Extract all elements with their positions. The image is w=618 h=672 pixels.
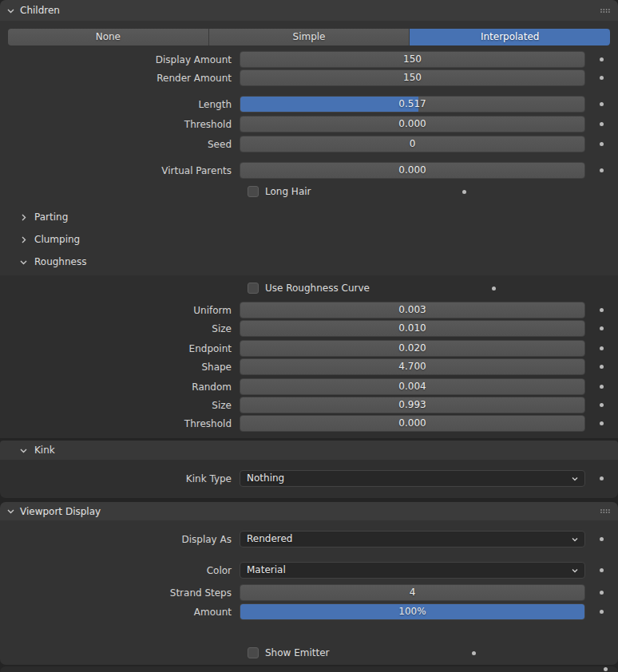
display-as-row: Display As Rendered xyxy=(0,531,618,547)
roughness-uniform-size-field[interactable]: 0.010 xyxy=(240,320,585,337)
roughness-threshold-label: Threshold xyxy=(0,418,240,429)
chevron-down-icon xyxy=(571,536,579,544)
drag-grip-icon[interactable] xyxy=(600,508,611,514)
animate-decorator-dot[interactable] xyxy=(472,651,476,655)
chevron-down-icon xyxy=(19,258,28,267)
roughness-endpoint-field[interactable]: 0.020 xyxy=(240,340,585,357)
subpanel-title: Kink xyxy=(34,445,55,456)
virtual-parents-row: Virtual Parents 0.000 xyxy=(0,162,618,179)
amount-slider[interactable]: 100% xyxy=(240,603,585,620)
subpanel-title: Roughness xyxy=(34,256,86,267)
use-roughness-curve-label: Use Roughness Curve xyxy=(265,283,370,294)
roughness-random-field[interactable]: 0.004 xyxy=(240,378,585,395)
roughness-random-size-label: Size xyxy=(0,400,240,411)
animate-decorator-dot[interactable] xyxy=(600,610,604,614)
roughness-endpoint-label: Endpoint xyxy=(0,343,240,354)
long-hair-label: Long Hair xyxy=(265,186,311,197)
panel-body-viewport-display: Display As Rendered Color Material Stran… xyxy=(0,520,618,665)
panel-header-children[interactable]: Children xyxy=(0,0,618,21)
strand-steps-row: Strand Steps 4 xyxy=(0,584,618,601)
roughness-uniform-row: Uniform 0.003 xyxy=(0,302,618,318)
subpanel-header-kink[interactable]: Kink xyxy=(0,441,618,460)
amount-label: Amount xyxy=(0,607,240,618)
display-as-label: Display As xyxy=(0,534,240,545)
animate-decorator-dot[interactable] xyxy=(600,102,604,106)
kink-type-label: Kink Type xyxy=(0,473,240,484)
roughness-random-size-field[interactable]: 0.993 xyxy=(240,397,585,413)
animate-decorator-dot[interactable] xyxy=(600,537,604,541)
roughness-uniform-size-label: Size xyxy=(0,323,240,334)
display-amount-field[interactable]: 150 xyxy=(240,51,585,68)
animate-decorator-dot[interactable] xyxy=(600,403,604,407)
roughness-uniform-field[interactable]: 0.003 xyxy=(240,302,585,318)
threshold-row: Threshold 0.000 xyxy=(0,116,618,132)
child-type-segmented-control: None Simple Interpolated xyxy=(8,29,610,45)
animate-decorator-dot[interactable] xyxy=(600,308,604,312)
seed-row: Seed 0 xyxy=(0,136,618,152)
roughness-random-row: Random 0.004 xyxy=(0,378,618,395)
animate-decorator-dot[interactable] xyxy=(600,142,604,146)
roughness-shape-field[interactable]: 4.700 xyxy=(240,358,585,375)
color-row: Color Material xyxy=(0,562,618,579)
roughness-threshold-row: Threshold 0.000 xyxy=(0,415,618,432)
next-panel-edge[interactable] xyxy=(0,666,618,672)
animate-decorator-dot[interactable] xyxy=(604,667,608,671)
subpanel-header-clumping[interactable]: Clumping xyxy=(0,228,618,251)
roughness-random-size-row: Size 0.993 xyxy=(0,397,618,413)
animate-decorator-dot[interactable] xyxy=(600,168,604,172)
render-amount-row: Render Amount 150 xyxy=(0,69,618,86)
virtual-parents-field[interactable]: 0.000 xyxy=(240,162,585,179)
subpanel-header-roughness[interactable]: Roughness xyxy=(0,251,618,273)
child-type-interpolated-button[interactable]: Interpolated xyxy=(410,29,610,45)
animate-decorator-dot[interactable] xyxy=(600,421,604,425)
animate-decorator-dot[interactable] xyxy=(462,190,466,194)
animate-decorator-dot[interactable] xyxy=(600,57,604,61)
roughness-endpoint-row: Endpoint 0.020 xyxy=(0,340,618,357)
subpanel-body-kink: Kink Type Nothing xyxy=(0,460,618,498)
drag-grip-icon[interactable] xyxy=(600,8,611,14)
color-label: Color xyxy=(0,565,240,576)
animate-decorator-dot[interactable] xyxy=(600,568,604,572)
long-hair-row: Long Hair xyxy=(0,185,618,198)
animate-decorator-dot[interactable] xyxy=(600,326,604,330)
virtual-parents-label: Virtual Parents xyxy=(0,165,240,176)
threshold-field[interactable]: 0.000 xyxy=(240,116,585,132)
animate-decorator-dot[interactable] xyxy=(600,385,604,389)
kink-type-dropdown[interactable]: Nothing xyxy=(240,470,585,487)
animate-decorator-dot[interactable] xyxy=(600,76,604,80)
display-as-dropdown[interactable]: Rendered xyxy=(240,531,585,547)
roughness-random-label: Random xyxy=(0,381,240,393)
amount-row: Amount 100% xyxy=(0,603,618,620)
roughness-threshold-field[interactable]: 0.000 xyxy=(240,415,585,432)
panel-body-children: None Simple Interpolated Display Amount … xyxy=(0,21,618,275)
show-emitter-checkbox[interactable] xyxy=(248,647,259,658)
show-emitter-label: Show Emitter xyxy=(265,647,330,658)
child-type-none-button[interactable]: None xyxy=(8,29,209,45)
seed-field[interactable]: 0 xyxy=(240,136,585,152)
animate-decorator-dot[interactable] xyxy=(600,476,604,480)
chevron-right-icon xyxy=(19,235,28,244)
panel-title: Children xyxy=(20,5,60,16)
render-amount-field[interactable]: 150 xyxy=(240,69,585,86)
show-emitter-row: Show Emitter xyxy=(0,646,618,659)
animate-decorator-dot[interactable] xyxy=(600,122,604,126)
display-amount-row: Display Amount 150 xyxy=(0,51,618,68)
color-dropdown[interactable]: Material xyxy=(240,562,585,579)
chevron-down-icon xyxy=(6,6,15,15)
strand-steps-field[interactable]: 4 xyxy=(240,584,585,601)
length-slider[interactable]: 0.517 xyxy=(240,96,585,113)
chevron-down-icon xyxy=(571,475,579,483)
render-amount-label: Render Amount xyxy=(0,73,240,84)
animate-decorator-dot[interactable] xyxy=(492,287,496,291)
long-hair-checkbox[interactable] xyxy=(248,186,259,197)
panel-header-viewport-display[interactable]: Viewport Display xyxy=(0,502,618,520)
use-roughness-curve-checkbox[interactable] xyxy=(248,283,259,294)
child-type-simple-button[interactable]: Simple xyxy=(209,29,410,45)
display-amount-label: Display Amount xyxy=(0,54,240,65)
animate-decorator-dot[interactable] xyxy=(600,365,604,369)
animate-decorator-dot[interactable] xyxy=(600,591,604,595)
seed-label: Seed xyxy=(0,139,240,150)
subpanel-header-parting[interactable]: Parting xyxy=(0,206,618,228)
panel-title: Viewport Display xyxy=(20,506,101,517)
animate-decorator-dot[interactable] xyxy=(600,346,604,350)
